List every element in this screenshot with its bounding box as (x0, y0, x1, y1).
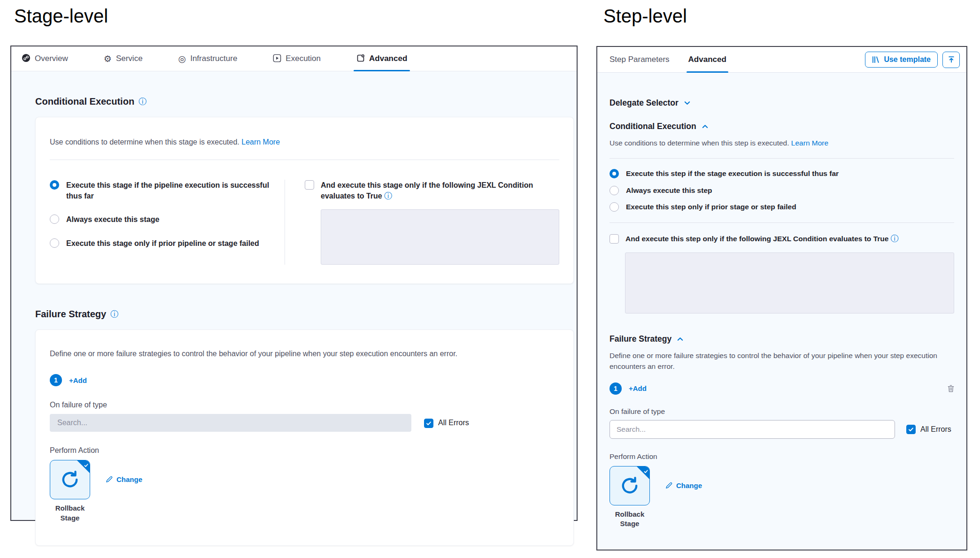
conditional-execution-heading: Conditional Execution ⓘ (35, 96, 565, 107)
conditional-execution-description: Use conditions to determine when this st… (50, 138, 559, 146)
learn-more-link[interactable]: Learn More (241, 138, 280, 146)
radio-label: Always execute this stage (66, 214, 159, 225)
radio-option-successful[interactable]: Execute this stage if the pipeline execu… (50, 180, 270, 201)
check-icon (84, 461, 89, 470)
delegate-selector-header[interactable]: Delegate Selector (610, 98, 954, 108)
use-template-label: Use template (884, 55, 931, 64)
learn-more-link[interactable]: Learn More (791, 139, 828, 147)
tab-label: Execution (286, 54, 321, 63)
tab-overview[interactable]: Overview (22, 46, 68, 71)
radio-option-failed[interactable]: Execute this stage only if prior pipelin… (50, 238, 270, 249)
change-action-button[interactable]: Change (106, 475, 142, 483)
on-failure-of-type-label: On failure of type (50, 401, 559, 409)
conditional-execution-description: Use conditions to determine when this st… (610, 138, 954, 148)
add-strategy-button[interactable]: +Add (629, 384, 647, 392)
tab-label: Overview (35, 54, 68, 63)
checked-checkbox-icon[interactable] (424, 419, 433, 428)
jexl-label-text: And execute this stage only if the follo… (321, 181, 533, 200)
advanced-icon (356, 54, 365, 64)
failure-strategy-header[interactable]: Failure Strategy (610, 334, 954, 344)
divider (50, 160, 559, 160)
failure-strategy-description: Define one or more failure strategies to… (610, 350, 954, 372)
info-icon[interactable]: ⓘ (139, 98, 147, 106)
radio-label: Execute this step if the stage execution… (626, 168, 839, 179)
all-errors-checkbox-row[interactable]: All Errors (424, 418, 469, 428)
jexl-condition-checkbox-row[interactable]: And execute this stage only if the follo… (305, 180, 559, 201)
checked-checkbox-icon[interactable] (906, 425, 916, 434)
selected-action-block: Rollback Stage (50, 460, 90, 523)
on-failure-of-type-label: On failure of type (610, 407, 954, 416)
stage-panel-content: Conditional Execution ⓘ Use conditions t… (11, 96, 577, 546)
conditional-execution-header[interactable]: Conditional Execution (610, 122, 954, 131)
radio-label: Always execute this step (626, 185, 712, 196)
jexl-condition-input[interactable] (321, 209, 559, 265)
radio-options-column: Execute this stage if the pipeline execu… (50, 180, 285, 265)
stage-tab-bar: Overview ⚙ Service ◎ Infrastructure Exec… (11, 46, 577, 71)
jexl-condition-checkbox-row[interactable]: And execute this step only if the follow… (610, 234, 954, 244)
jexl-condition-column: And execute this stage only if the follo… (285, 180, 559, 265)
strategy-count-badge[interactable]: 1 (50, 374, 62, 386)
info-icon[interactable]: ⓘ (384, 191, 392, 200)
divider (610, 222, 954, 223)
radio-label: Execute this step only if prior stage or… (626, 202, 796, 212)
all-errors-label: All Errors (920, 425, 951, 434)
jexl-condition-input[interactable] (625, 252, 954, 313)
heading-text: Failure Strategy (610, 334, 671, 344)
radio-icon[interactable] (50, 238, 59, 248)
use-template-button[interactable]: Use template (865, 52, 938, 68)
radio-option-always[interactable]: Always execute this stage (50, 214, 270, 225)
description-text: Use conditions to determine when this st… (610, 139, 789, 147)
radio-option-successful[interactable]: Execute this step if the stage execution… (610, 168, 954, 179)
radio-icon[interactable] (50, 214, 59, 224)
overview-icon (22, 54, 31, 64)
heading-text: Delegate Selector (610, 98, 679, 108)
stage-advanced-panel: Overview ⚙ Service ◎ Infrastructure Exec… (10, 46, 578, 521)
radio-label: Execute this stage only if prior pipelin… (66, 238, 259, 249)
heading-text: Failure Strategy (35, 309, 106, 320)
tab-advanced[interactable]: Advanced (356, 46, 407, 71)
chevron-down-icon (684, 99, 691, 107)
strategy-count-badge[interactable]: 1 (610, 382, 622, 395)
change-action-button[interactable]: Change (665, 482, 702, 489)
selected-action-name: Rollback Stage (50, 504, 90, 523)
divider (610, 158, 954, 159)
all-errors-checkbox-row[interactable]: All Errors (906, 424, 951, 434)
jexl-condition-label: And execute this stage only if the follo… (321, 180, 559, 201)
info-icon[interactable]: ⓘ (891, 234, 899, 243)
tab-label: Service (116, 54, 143, 63)
failure-type-search-input[interactable] (50, 414, 411, 432)
add-strategy-button[interactable]: +Add (69, 376, 87, 384)
step-level-title: Step-level (603, 6, 687, 27)
rollback-stage-tile[interactable] (50, 460, 90, 499)
upload-button[interactable] (942, 52, 960, 68)
template-library-icon (872, 56, 880, 63)
tab-service[interactable]: ⚙ Service (104, 46, 143, 71)
tab-infrastructure[interactable]: ◎ Infrastructure (178, 46, 238, 71)
delete-strategy-button[interactable] (948, 385, 954, 392)
checkbox-icon[interactable] (305, 180, 314, 190)
radio-icon[interactable] (610, 202, 619, 212)
rollback-stage-tile[interactable] (610, 466, 650, 505)
radio-option-failed[interactable]: Execute this step only if prior stage or… (610, 202, 954, 212)
step-tab-bar: Step Parameters Advanced Use template (597, 47, 966, 73)
radio-option-always[interactable]: Always execute this step (610, 185, 954, 196)
conditional-execution-columns: Execute this stage if the pipeline execu… (50, 180, 559, 265)
info-icon[interactable]: ⓘ (110, 310, 118, 318)
radio-icon[interactable] (610, 186, 619, 195)
radio-selected-icon[interactable] (610, 169, 619, 178)
jexl-condition-label: And execute this step only if the follow… (625, 234, 899, 244)
chevron-up-icon (677, 336, 684, 343)
tab-advanced[interactable]: Advanced (688, 47, 726, 72)
change-label: Change (676, 482, 702, 489)
tab-step-parameters[interactable]: Step Parameters (610, 47, 670, 72)
radio-selected-icon[interactable] (50, 180, 59, 190)
failure-type-row: All Errors (50, 414, 559, 432)
conditional-execution-card: Use conditions to determine when this st… (35, 117, 574, 284)
gear-icon: ⚙ (104, 54, 112, 63)
tab-execution[interactable]: Execution (273, 46, 321, 71)
stage-level-title: Stage-level (14, 6, 108, 27)
radio-options-group: Execute this step if the stage execution… (610, 168, 954, 212)
checkbox-icon[interactable] (610, 234, 619, 244)
failure-type-search-input[interactable] (610, 420, 895, 439)
pencil-icon (665, 482, 672, 489)
